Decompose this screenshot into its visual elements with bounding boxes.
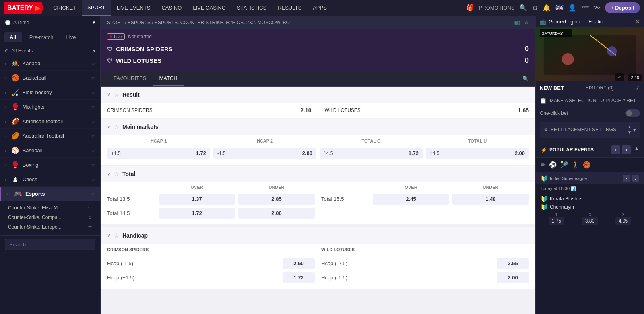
notifications-icon[interactable]: 🔔 [543,4,551,12]
sidebar-time-filter[interactable]: 🕐 All time ▾ [0,16,100,29]
sidebar-item-mix-fights[interactable]: › 🥊 Mix fights ☆ [0,100,100,114]
flag-icon[interactable]: 🇬🇧 [555,4,564,12]
star-icon[interactable]: ☆ [114,124,119,130]
arrow-down-icon[interactable]: ▼ [627,130,632,134]
popular-odds-x[interactable]: 3.80 [582,217,598,225]
nav-apps[interactable]: APPS [307,0,332,16]
popular-odds-1[interactable]: 1.75 [549,217,564,225]
total-row2-over[interactable]: 1.72 [159,208,235,219]
logo[interactable]: BATERY ▶ [4,2,43,14]
nav-live-casino[interactable]: LIVE CASINO [187,0,231,16]
result-team1-cell[interactable]: CRIMSON SPIDERS 2.10 [101,103,318,118]
tab-favourites[interactable]: FAVOURITES [107,71,153,86]
star-icon[interactable]: ☆ [114,91,119,98]
sport-icon-esports[interactable]: ✏ [541,161,546,169]
sidebar-item-boxing[interactable]: › 🥊 Boxing ☆ [0,158,100,172]
league-prev[interactable]: ‹ [623,175,630,182]
total-row1-over[interactable]: 1.37 [159,194,235,205]
handicap-t2r1-odds[interactable]: 2.55 [497,258,529,269]
league-next[interactable]: › [632,175,639,182]
total-row-right1-under[interactable]: 1.48 [452,194,529,205]
result-team2-cell[interactable]: WILD LOTUSES 1.65 [318,103,536,118]
history-button[interactable]: HISTORY (0) [585,85,614,91]
user-icon[interactable]: 👤 [568,4,576,12]
market-hcap1-cell[interactable]: +1.5 1.72 [107,148,210,159]
one-click-toggle[interactable] [625,109,640,117]
bet-settings[interactable]: ⚙ BET PLACEMENT SETTINGS ▲ ▼ ▾ [540,122,640,138]
search-input[interactable] [5,239,95,250]
sport-icon-basketball[interactable]: 🏀 [583,161,591,169]
handicap-section-header[interactable]: ∨ ☆ Handicap [101,227,535,244]
nav-statistics[interactable]: STATISTICS [231,0,272,16]
result-section-header[interactable]: ∨ ☆ Result [101,87,535,103]
search-icon[interactable]: 🔍 [519,4,527,12]
chevron-down-icon[interactable]: ▾ [633,127,636,133]
nav-casino[interactable]: CASINO [156,0,187,16]
star-icon[interactable]: ☆ [114,171,119,177]
star-icon[interactable]: ☆ [524,19,529,25]
sidebar-item-esports[interactable]: ∨ 🎮 Esports ☆ [0,187,100,201]
popular-odds-2[interactable]: 4.05 [615,217,631,225]
handicap-t2r2-odds[interactable]: 2.00 [497,272,529,283]
tab-prematch[interactable]: Pre-match [24,32,59,42]
star-icon[interactable]: ☆ [91,191,95,197]
gift-icon[interactable]: 🎁 [466,4,474,12]
star-icon[interactable]: ☆ [91,104,95,110]
sublink-cs-europe[interactable]: Counter-Strike. Europe... ☆ [5,222,95,232]
sublink-cs-elisa[interactable]: Counter-Strike. Elisa M... ☆ [5,203,95,213]
sidebar-item-field-hockey[interactable]: › 🏑 Field hockey ☆ [0,85,100,100]
sport-icon-soccer[interactable]: ⚽ [549,161,557,169]
tab-search-icon[interactable]: 🔍 [522,76,529,82]
eye-icon[interactable]: 👁 [594,4,600,12]
nav-results[interactable]: RESULTS [272,0,307,16]
sidebar-item-american-football[interactable]: › 🏈 American football ☆ [0,114,100,129]
sublink-cs-compa[interactable]: Counter-Strike. Compa... ☆ [5,213,95,222]
sidebar-item-baseball[interactable]: › ⚾ Baseball ☆ [0,143,100,158]
nav-live-events[interactable]: LIVE EVENTS [111,0,156,16]
sport-icon-person[interactable]: 🚶 [572,161,580,169]
handicap-t1r2-odds[interactable]: 1.72 [283,272,315,283]
popular-nav-next[interactable]: › [622,145,631,154]
tv-icon[interactable]: 📺 [514,19,520,25]
main-markets-header[interactable]: ∨ ☆ Main markets [101,119,535,135]
promotions-label[interactable]: PROMOTIONS [479,5,515,11]
sidebar-item-chess[interactable]: › ♟ Chess ☆ [0,172,100,187]
market-totalo-cell[interactable]: 14.5 1.72 [320,148,423,159]
collapse-icon[interactable]: ▲ [634,145,639,154]
tab-match[interactable]: MATCH [153,71,184,86]
expand-icon[interactable]: ⤢ [615,73,624,81]
sidebar-item-australian-football[interactable]: › 🏉 Australian football ☆ [0,129,100,143]
sidebar-item-kabaddi[interactable]: › 🤼 Kabaddi ☆ [0,56,100,71]
star-icon[interactable]: ☆ [114,232,119,239]
arrow-up-icon[interactable]: ▲ [627,125,632,129]
total-section-header[interactable]: ∨ ☆ Total [101,166,535,182]
star-icon[interactable]: ☆ [91,119,95,124]
star-icon[interactable]: ☆ [91,61,95,66]
star-icon[interactable]: ☆ [91,90,95,95]
total-row2-under[interactable]: 2.00 [238,208,315,219]
new-bet-button[interactable]: NEW BET [540,85,564,91]
expand-button[interactable]: ⤢ [635,85,640,91]
star-icon[interactable]: ☆ [91,177,95,182]
market-totalu-cell[interactable]: 14.5 2.00 [426,148,529,159]
nav-cricket[interactable]: CRICKET [47,0,82,16]
close-icon[interactable]: ✕ [636,19,640,25]
sport-icon-tennis[interactable]: 🎾 [560,161,568,169]
market-hcap2-cell[interactable]: -1.5 2.00 [213,148,316,159]
nav-sport[interactable]: SPORT [82,0,111,16]
handicap-t1r1-odds[interactable]: 2.50 [283,258,315,269]
star-icon[interactable]: ☆ [91,133,95,139]
star-icon[interactable]: ☆ [88,215,92,220]
star-icon[interactable]: ☆ [91,148,95,153]
all-events-row[interactable]: ⊙ All Events ▾ [0,45,100,56]
star-icon[interactable]: ☆ [88,205,92,211]
total-row1-under[interactable]: 2.85 [238,194,315,205]
sidebar-item-basketball[interactable]: › 🏀 Basketball ☆ [0,71,100,85]
star-icon[interactable]: ☆ [91,162,95,168]
tab-live[interactable]: Live [61,32,82,42]
settings-icon[interactable]: ⚙ [532,4,538,12]
popular-nav-prev[interactable]: ‹ [611,145,620,154]
star-icon[interactable]: ☆ [91,75,95,81]
tab-all[interactable]: All [4,32,22,42]
deposit-button[interactable]: Deposit [605,2,640,13]
